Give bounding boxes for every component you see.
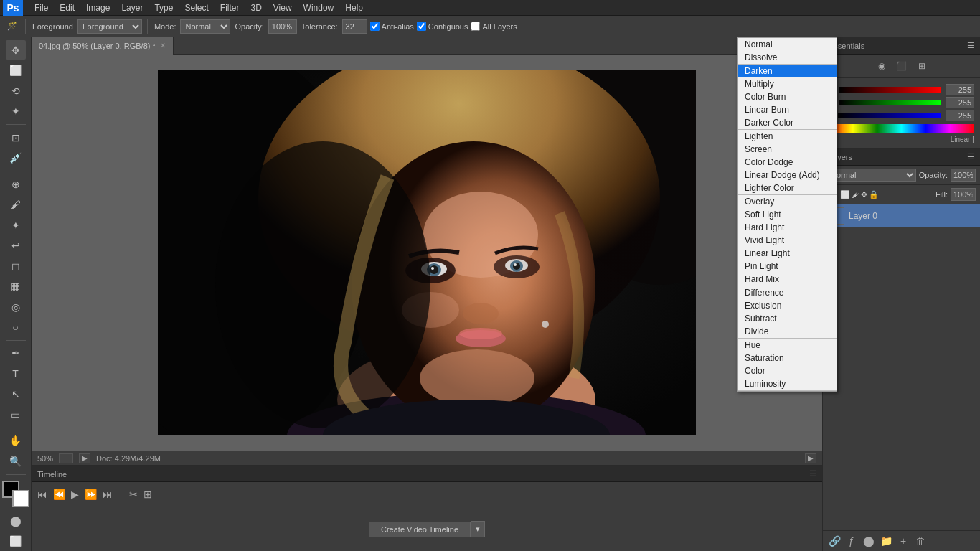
tl-next-frame[interactable]: ⏩ xyxy=(85,489,97,500)
menu-edit[interactable]: Edit xyxy=(54,0,80,16)
blend-dissolve[interactable]: Dissolve xyxy=(738,51,837,64)
menu-select[interactable]: Select xyxy=(179,0,214,16)
menu-3d[interactable]: 3D xyxy=(245,0,267,16)
status-arrow-right[interactable]: ▶ xyxy=(805,453,816,463)
tool-healing[interactable]: ⊕ xyxy=(6,174,26,194)
blend-color[interactable]: Color xyxy=(738,364,837,377)
tool-brush[interactable]: 🖌 xyxy=(6,194,26,214)
mode-select[interactable]: Normal xyxy=(180,19,230,34)
menu-type[interactable]: Type xyxy=(149,0,179,16)
blend-soft-light[interactable]: Soft Light xyxy=(738,208,837,221)
tool-screen-mode[interactable]: ⬜ xyxy=(6,531,26,550)
grid-icon[interactable]: ⊞ xyxy=(913,57,930,75)
blend-divide[interactable]: Divide xyxy=(738,325,837,338)
blend-vivid-light[interactable]: Vivid Light xyxy=(738,234,837,247)
canvas-scroll[interactable] xyxy=(32,55,822,451)
swatches-icon[interactable]: ⬛ xyxy=(893,57,910,75)
blend-color-burn[interactable]: Color Burn xyxy=(738,90,837,103)
fill-input[interactable] xyxy=(951,188,976,201)
r-slider[interactable] xyxy=(839,87,941,93)
blend-linear-dodge[interactable]: Linear Dodge (Add) xyxy=(738,169,837,182)
color-spectrum-bar[interactable] xyxy=(829,124,974,133)
menu-image[interactable]: Image xyxy=(80,0,116,16)
all-layers-checkbox[interactable] xyxy=(471,22,480,31)
tool-wand[interactable]: ✦ xyxy=(6,101,26,121)
blend-hard-mix[interactable]: Hard Mix xyxy=(738,273,837,286)
layer-opacity-input[interactable] xyxy=(951,169,976,182)
blend-luminosity[interactable]: Luminosity xyxy=(738,377,837,390)
blend-darken[interactable]: Darken xyxy=(738,65,837,77)
tool-crop[interactable]: ⊡ xyxy=(6,128,26,147)
contiguous-checkbox[interactable] xyxy=(417,22,426,31)
tool-wand-icon[interactable]: 🪄 xyxy=(4,19,20,34)
blend-lighten[interactable]: Lighten xyxy=(738,130,837,143)
background-color[interactable] xyxy=(12,490,29,507)
blend-linear-light[interactable]: Linear Light xyxy=(738,247,837,260)
tool-move[interactable]: ✥ xyxy=(6,40,26,60)
menu-file[interactable]: File xyxy=(29,0,54,16)
zoom-icon[interactable] xyxy=(59,453,73,463)
tool-shape[interactable]: ▭ xyxy=(6,405,26,424)
tool-text[interactable]: T xyxy=(6,364,26,383)
tl-prev-frame[interactable]: ⏪ xyxy=(53,489,65,500)
menu-layer[interactable]: Layer xyxy=(116,0,149,16)
lock-all[interactable]: 🔒 xyxy=(869,190,879,199)
antialiase-checkbox-label[interactable]: Anti-alias xyxy=(370,22,414,31)
g-value-input[interactable] xyxy=(946,97,974,108)
tool-eyedropper[interactable]: 💉 xyxy=(6,148,26,167)
add-style-btn[interactable]: ƒ xyxy=(844,534,859,548)
tl-last-frame[interactable]: ⏭ xyxy=(103,489,113,500)
blend-pin-light[interactable]: Pin Light xyxy=(738,260,837,273)
menu-filter[interactable]: Filter xyxy=(215,0,245,16)
tl-play[interactable]: ▶ xyxy=(71,489,79,500)
link-layers-btn[interactable]: 🔗 xyxy=(827,534,842,548)
tl-first-frame[interactable]: ⏮ xyxy=(37,489,47,500)
new-layer-btn[interactable]: + xyxy=(896,534,910,548)
panel-menu[interactable]: ☰ xyxy=(967,41,974,50)
create-timeline-button[interactable]: Create Video Timeline xyxy=(369,522,471,537)
blend-lighter-color[interactable]: Lighter Color xyxy=(738,182,837,194)
b-slider[interactable] xyxy=(838,113,941,118)
tool-gradient[interactable]: ▦ xyxy=(6,276,26,296)
g-slider[interactable] xyxy=(839,100,941,105)
layer-item[interactable]: Layer 0 xyxy=(823,204,980,227)
info-icon[interactable]: ▶ xyxy=(79,453,90,463)
tolerance-input[interactable] xyxy=(342,19,367,34)
tab-close-btn[interactable]: ✕ xyxy=(160,42,166,50)
tool-eraser[interactable]: ◻ xyxy=(6,256,26,276)
blend-overlay[interactable]: Overlay xyxy=(738,195,837,208)
contiguous-checkbox-label[interactable]: Contiguous xyxy=(417,22,468,31)
add-mask-btn[interactable]: ⬤ xyxy=(862,534,876,548)
blend-linear-burn[interactable]: Linear Burn xyxy=(738,103,837,116)
tool-pen[interactable]: ✒ xyxy=(6,344,26,363)
blend-normal[interactable]: Normal xyxy=(738,38,837,51)
blend-multiply[interactable]: Multiply xyxy=(738,77,837,90)
lock-transparent[interactable]: ⬜ xyxy=(840,190,850,199)
b-value-input[interactable] xyxy=(946,110,974,121)
blend-hard-light[interactable]: Hard Light xyxy=(738,221,837,234)
blend-screen[interactable]: Screen xyxy=(738,143,837,156)
tool-hand[interactable]: ✋ xyxy=(6,431,26,451)
foreground-select[interactable]: Foreground xyxy=(77,19,142,34)
tool-dodge[interactable]: ○ xyxy=(6,317,26,336)
layers-menu[interactable]: ☰ xyxy=(967,152,974,161)
blend-color-dodge[interactable]: Color Dodge xyxy=(738,156,837,169)
tool-zoom[interactable]: 🔍 xyxy=(6,451,26,471)
tool-lasso[interactable]: ⟲ xyxy=(6,81,26,100)
blend-darker-color[interactable]: Darker Color xyxy=(738,116,837,129)
lock-move[interactable]: ✥ xyxy=(861,190,867,199)
layer-mode-select[interactable]: Normal xyxy=(827,169,916,182)
color-picker-icon[interactable]: ◉ xyxy=(873,57,890,75)
tl-convert[interactable]: ⊞ xyxy=(143,489,152,500)
menu-help[interactable]: Help xyxy=(339,0,369,16)
blend-difference[interactable]: Difference xyxy=(738,286,837,299)
menu-window[interactable]: Window xyxy=(298,0,340,16)
delete-layer-btn[interactable]: 🗑 xyxy=(913,534,928,548)
r-value-input[interactable] xyxy=(946,84,974,95)
blend-hue[interactable]: Hue xyxy=(738,339,837,352)
blend-subtract[interactable]: Subtract xyxy=(738,312,837,325)
all-layers-checkbox-label[interactable]: All Layers xyxy=(471,22,517,31)
menu-view[interactable]: View xyxy=(268,0,298,16)
tool-quickmask[interactable]: ⬤ xyxy=(6,511,26,530)
tool-select-rect[interactable]: ⬜ xyxy=(6,60,26,80)
